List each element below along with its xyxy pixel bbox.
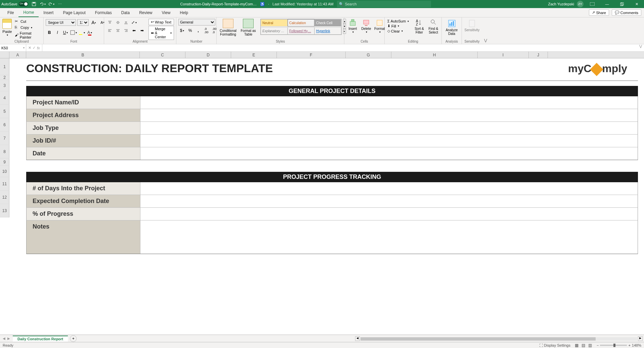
sheet-nav-next[interactable]: ▶ [7, 337, 10, 340]
align-top-button[interactable] [106, 19, 114, 26]
value-job-id[interactable] [140, 135, 638, 147]
value-project-address[interactable] [140, 109, 638, 121]
tab-file[interactable]: File [3, 8, 18, 17]
formula-input[interactable] [42, 44, 637, 51]
add-sheet-button[interactable]: + [70, 335, 77, 342]
format-painter-button[interactable]: 🖌Format Painter [14, 31, 41, 40]
orientation-button[interactable]: ⤢▾ [130, 19, 138, 26]
tab-help[interactable]: Help [175, 8, 193, 17]
fill-button[interactable]: ⬇Fill▾ [387, 23, 410, 29]
user-name[interactable]: Zach Yuzdepski [548, 2, 574, 6]
value-job-type[interactable] [140, 122, 638, 134]
worksheet-grid[interactable]: 1 2 3 4 5 6 7 8 9 10 11 12 13 CONSTRUCTI… [0, 58, 644, 337]
wrap-text-button[interactable]: ↩Wrap Text [148, 19, 174, 25]
bold-button[interactable]: B [46, 29, 53, 36]
align-left-button[interactable] [106, 27, 114, 34]
style-calculation[interactable]: Calculation [288, 19, 314, 27]
style-hyperlink[interactable]: Hyperlink [314, 27, 341, 35]
font-name-select[interactable]: Segoe UI [46, 19, 76, 26]
row-header-6[interactable]: 6 [0, 118, 9, 132]
style-neutral[interactable]: Neutral [261, 19, 288, 27]
zoom-control[interactable]: − + 148% [597, 343, 641, 347]
col-header-f[interactable]: F [277, 52, 346, 58]
italic-button[interactable]: I [54, 29, 61, 36]
value-days-into[interactable] [140, 182, 638, 195]
value-notes[interactable] [140, 220, 638, 254]
minimize-icon[interactable]: — [601, 0, 613, 8]
zoom-in-button[interactable]: + [628, 343, 630, 347]
align-right-button[interactable] [122, 27, 130, 34]
search-box[interactable]: 🔍 [337, 1, 431, 7]
font-size-select[interactable]: 12 [77, 19, 89, 26]
col-header-i[interactable]: I [478, 52, 529, 58]
hscroll-thumb[interactable] [360, 337, 596, 341]
sheet-nav-prev[interactable]: ◀ [3, 337, 5, 340]
view-normal-icon[interactable]: ▦ [574, 343, 580, 348]
undo-icon[interactable]: ▾ [40, 1, 46, 7]
format-as-table-button[interactable]: Format as Table [239, 19, 258, 36]
font-color-button[interactable]: A▾ [86, 29, 93, 36]
row-header-9[interactable]: 9 [0, 158, 9, 166]
autosave[interactable]: AutoSave On [1, 2, 28, 6]
tab-data[interactable]: Data [117, 8, 134, 17]
close-icon[interactable]: ✕ [631, 0, 643, 8]
align-bottom-button[interactable] [122, 19, 130, 26]
row-header-8[interactable]: 8 [0, 145, 9, 158]
tab-insert[interactable]: Insert [39, 8, 58, 17]
zoom-out-button[interactable]: − [597, 343, 599, 347]
row-header-10[interactable]: 10 [0, 166, 9, 177]
insert-cells-button[interactable]: Insert▾ [346, 19, 359, 34]
style-followed-hyperlink[interactable]: Followed Hy… [288, 27, 314, 35]
redo-icon[interactable]: ▾ [48, 1, 54, 7]
clear-button[interactable]: ◇Clear▾ [387, 29, 410, 34]
save-icon[interactable] [31, 1, 37, 7]
decrease-indent-button[interactable]: ⬅ [130, 27, 138, 34]
view-page-break-icon[interactable]: ▥ [587, 343, 593, 348]
horizontal-scrollbar[interactable]: ◀ ▶ [360, 336, 637, 341]
col-header-g[interactable]: G [346, 52, 391, 58]
sheet-tab-active[interactable]: Daily Construction Report [13, 336, 68, 342]
expand-formula-icon[interactable]: ⋁ [637, 44, 644, 51]
accessibility-icon[interactable]: ♿ [260, 2, 265, 6]
increase-font-button[interactable]: A▴ [90, 19, 97, 26]
row-header-7[interactable]: 7 [0, 132, 9, 145]
style-explanatory[interactable]: Explanatory … [261, 27, 288, 35]
tab-view[interactable]: View [157, 8, 175, 17]
tab-review[interactable]: Review [134, 8, 157, 17]
value-project-name[interactable] [140, 96, 638, 109]
last-modified[interactable]: Last Modified: Yesterday at 11:43 AM [272, 2, 334, 6]
value-pct-progress[interactable] [140, 208, 638, 220]
row-header-5[interactable]: 5 [0, 105, 9, 118]
comma-button[interactable]: , [195, 27, 202, 34]
col-header-h[interactable]: H [391, 52, 478, 58]
percent-button[interactable]: % [186, 27, 194, 34]
zoom-value[interactable]: 148% [632, 343, 641, 347]
col-header-e[interactable]: E [231, 52, 277, 58]
cut-button[interactable]: ✂Cut [14, 19, 41, 24]
currency-button[interactable]: $▾ [178, 27, 186, 34]
user-avatar[interactable]: ZY [577, 1, 584, 7]
increase-decimal-button[interactable]: .0.00 [203, 27, 210, 34]
zoom-slider[interactable] [600, 345, 627, 346]
tab-home[interactable]: Home [18, 8, 39, 17]
autosave-toggle[interactable]: On [19, 2, 28, 6]
search-input[interactable] [345, 2, 429, 6]
row-header-13[interactable]: 13 [0, 204, 9, 217]
tab-formulas[interactable]: Formulas [90, 8, 117, 17]
row-header-2[interactable]: 2 [0, 75, 9, 80]
copy-button[interactable]: ⎘Copy▾ [14, 25, 41, 30]
borders-button[interactable]: ▾ [70, 29, 77, 36]
col-header-j[interactable]: J [529, 52, 548, 58]
enter-formula-icon[interactable]: ✓ [33, 46, 36, 50]
find-select-button[interactable]: Find & Select [427, 19, 440, 34]
fx-icon[interactable]: fx [37, 46, 40, 50]
analyze-data-button[interactable]: Analyze Data [444, 19, 460, 36]
cell-styles-gallery[interactable]: Neutral Calculation Check Cell Explanato… [260, 19, 342, 35]
style-check-cell[interactable]: Check Cell [314, 19, 341, 27]
select-all-corner[interactable] [0, 52, 9, 58]
align-middle-button[interactable] [114, 19, 122, 26]
name-box[interactable]: ▾ [0, 44, 26, 51]
collapse-ribbon-icon[interactable]: ⋁ [484, 38, 487, 43]
comments-button[interactable]: 💬Comments [612, 9, 641, 16]
cancel-formula-icon[interactable]: ✕ [28, 46, 31, 50]
